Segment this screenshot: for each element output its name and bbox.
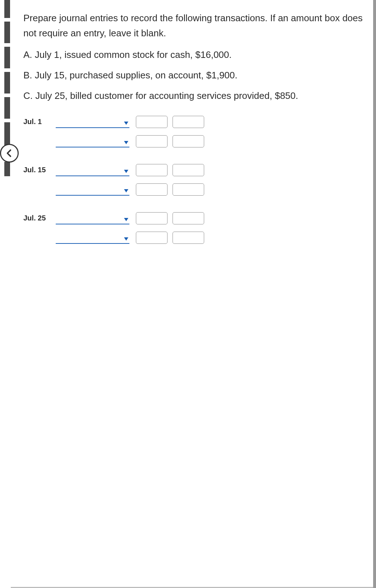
credit-input[interactable] [173,183,204,196]
sidebar-segment [4,72,10,94]
credit-input[interactable] [173,232,204,244]
sidebar-segment [4,122,10,147]
credit-input[interactable] [173,135,204,147]
journal-group-jul25: Jul. 25 . [23,210,363,244]
account-select[interactable] [56,117,129,128]
account-select-wrapper [56,232,129,244]
account-select-wrapper [56,117,129,128]
journal-row: . [23,229,363,244]
account-select-wrapper [56,136,129,147]
debit-input[interactable] [136,183,168,196]
account-select[interactable] [56,213,129,224]
content-area: Prepare journal entries to record the fo… [11,0,376,269]
sidebar-segment [4,22,10,43]
credit-input[interactable] [173,212,204,224]
sidebar-segment [4,0,10,18]
credit-input[interactable] [173,164,204,176]
collapse-button[interactable] [0,144,19,163]
chevron-left-icon [5,149,14,158]
credit-input[interactable] [173,116,204,128]
debit-input[interactable] [136,135,168,147]
instruction-text: Prepare journal entries to record the fo… [23,11,363,41]
sidebar-segment [4,97,10,119]
journal-section: Jul. 1 . Jul. 15 [23,114,363,244]
right-edge-scrollbar[interactable] [373,0,376,588]
transaction-a: A. July 1, issued common stock for cash,… [23,48,363,62]
journal-group-jul1: Jul. 1 . [23,114,363,147]
date-label: Jul. 25 [23,214,56,224]
account-select[interactable] [56,184,129,196]
debit-input[interactable] [136,212,168,224]
journal-row: . [23,181,363,196]
debit-input[interactable] [136,116,168,128]
debit-input[interactable] [136,164,168,176]
transaction-b: B. July 15, purchased supplies, on accou… [23,68,363,82]
journal-group-jul15: Jul. 15 . [23,162,363,196]
debit-input[interactable] [136,232,168,244]
account-select-wrapper [56,165,129,176]
account-select-wrapper [56,184,129,196]
transaction-c: C. July 25, billed customer for accounti… [23,89,363,103]
account-select-wrapper [56,213,129,224]
journal-row: Jul. 1 [23,114,363,128]
account-select[interactable] [56,136,129,147]
date-label: Jul. 15 [23,166,56,176]
account-select[interactable] [56,165,129,176]
date-label: Jul. 1 [23,118,56,128]
sidebar-segment [4,162,10,176]
account-select[interactable] [56,232,129,244]
journal-row: . [23,133,363,147]
sidebar-segment [4,47,10,68]
journal-row: Jul. 25 [23,210,363,224]
journal-row: Jul. 15 [23,162,363,176]
